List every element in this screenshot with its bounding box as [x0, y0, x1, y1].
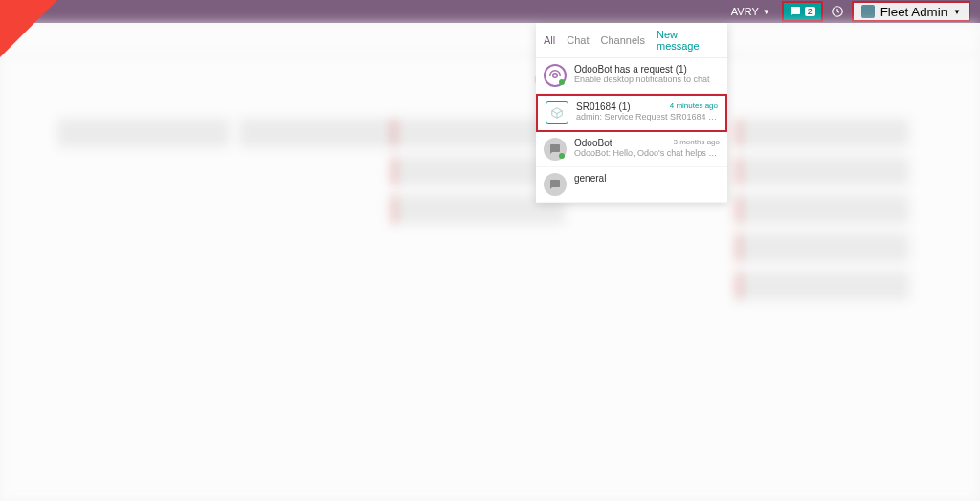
messaging-dropdown: All Chat Channels New message OdooBot ha… — [536, 23, 727, 203]
message-item-odoobot-request[interactable]: OdooBot has a request (1) Enable desktop… — [536, 58, 727, 94]
message-content: general — [574, 173, 720, 184]
user-menu-button[interactable]: Fleet Admin ▼ — [852, 1, 970, 22]
tab-all[interactable]: All — [544, 34, 555, 46]
dropdown-tabs: All Chat Channels New message — [536, 23, 727, 58]
company-name: AVRY — [731, 6, 759, 17]
user-name-label: Fleet Admin — [880, 5, 947, 19]
message-subtitle: admin: Service Request SR01684 has been … — [576, 112, 718, 121]
message-count-badge: 2 — [805, 7, 815, 16]
activity-button[interactable] — [827, 1, 848, 22]
topbar-right-group: AVRY ▼ 2 Fleet Admin ▼ — [724, 1, 970, 22]
blurred-background — [0, 23, 980, 501]
channel-item-general[interactable]: general — [536, 167, 727, 203]
caret-down-icon: ▼ — [953, 8, 961, 16]
messages-button[interactable]: 2 — [782, 1, 823, 22]
message-subtitle: OdooBot: Hello, Odoo's chat helps employ… — [574, 148, 720, 158]
message-item-service-request[interactable]: SR01684 (1) admin: Service Request SR016… — [536, 94, 727, 132]
channel-title: general — [574, 173, 720, 184]
online-status-dot — [559, 79, 565, 85]
svg-point-1 — [553, 74, 558, 78]
ribbon-corner — [0, 0, 57, 57]
message-subtitle: Enable desktop notifications to chat — [574, 75, 720, 84]
online-status-dot — [559, 153, 565, 159]
top-bar: AVRY ▼ 2 Fleet Admin ▼ — [0, 0, 980, 23]
tab-channels[interactable]: Channels — [600, 34, 644, 46]
clock-icon — [831, 5, 844, 18]
caret-down-icon: ▼ — [763, 8, 770, 16]
message-timestamp: 4 minutes ago — [670, 101, 718, 110]
message-item-odoobot-chat[interactable]: OdooBot OdooBot: Hello, Odoo's chat help… — [536, 132, 727, 167]
message-timestamp: 3 months ago — [674, 138, 720, 146]
chat-bubble-icon — [790, 6, 801, 17]
tab-chat[interactable]: Chat — [567, 34, 589, 46]
new-message-link[interactable]: New message — [657, 29, 720, 52]
company-switcher[interactable]: AVRY ▼ — [724, 2, 778, 21]
box-icon — [546, 101, 568, 124]
message-content: OdooBot has a request (1) Enable desktop… — [574, 64, 720, 84]
channel-icon — [544, 173, 567, 196]
message-title: OdooBot has a request (1) — [574, 64, 720, 75]
avatar — [861, 5, 875, 18]
